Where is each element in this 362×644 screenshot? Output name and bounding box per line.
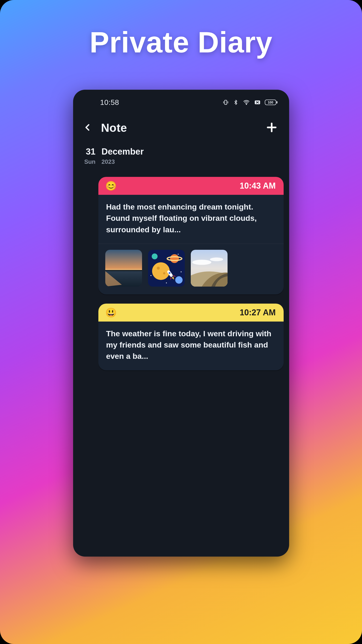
date-weekday: Sun <box>82 158 96 165</box>
entry-header: 😃 10:27 AM <box>98 304 284 322</box>
svg-point-17 <box>152 262 170 280</box>
wifi-icon <box>243 99 250 106</box>
entry-header: 😊 10:43 AM <box>98 177 284 195</box>
svg-point-19 <box>163 272 165 274</box>
svg-point-13 <box>178 254 179 254</box>
svg-point-3 <box>246 104 247 105</box>
date-year: 2023 <box>102 158 144 165</box>
svg-point-16 <box>150 275 151 276</box>
attachment-thumb[interactable] <box>148 250 185 286</box>
status-time: 10:58 <box>100 98 119 107</box>
diary-entry-card[interactable]: 😃 10:27 AM The weather is fine today, I … <box>98 304 284 370</box>
svg-point-22 <box>152 254 158 260</box>
chevron-left-icon <box>83 122 92 134</box>
page-title: Note <box>101 121 127 134</box>
attachment-thumb[interactable] <box>105 250 142 286</box>
app-bar: Note <box>73 115 289 141</box>
svg-rect-0 <box>225 100 227 105</box>
svg-point-14 <box>166 282 167 283</box>
svg-rect-6 <box>277 101 277 104</box>
promo-frame: Private Diary 10:58 <box>0 0 362 644</box>
date-col-day: 31 Sun <box>82 147 96 165</box>
date-month: December <box>102 147 144 156</box>
vibrate-icon <box>223 99 229 106</box>
attachment-thumb[interactable] <box>191 250 228 286</box>
bluetooth-icon <box>233 99 239 106</box>
entry-body-text: Had the most enhancing dream tonight. Fo… <box>98 195 284 244</box>
date-header: 31 Sun December 2023 <box>73 141 289 170</box>
svg-point-23 <box>175 276 182 284</box>
mood-emoji-icon: 😊 <box>105 181 117 190</box>
svg-rect-10 <box>105 270 142 271</box>
add-note-button[interactable] <box>264 120 279 135</box>
entry-time: 10:27 AM <box>240 308 276 318</box>
back-wrap: Note <box>81 121 127 134</box>
battery-icon: 100 <box>265 99 278 106</box>
entry-attachments <box>98 244 284 294</box>
svg-point-20 <box>170 254 179 263</box>
mood-emoji-icon: 😃 <box>105 308 117 317</box>
entry-time: 10:43 AM <box>240 181 276 191</box>
battery-pct-text: 100 <box>268 100 273 104</box>
promo-title: Private Diary <box>0 0 362 59</box>
date-day-number: 31 <box>82 147 96 156</box>
sim-disabled-icon <box>254 100 261 105</box>
entry-body-text: The weather is fine today, I went drivin… <box>98 322 284 370</box>
back-button[interactable] <box>81 121 94 134</box>
plus-icon <box>266 122 278 134</box>
diary-entry-card[interactable]: 😊 10:43 AM Had the most enhancing dream … <box>98 177 284 294</box>
date-col-month: December 2023 <box>102 147 144 165</box>
phone-frame: 10:58 <box>73 90 289 556</box>
status-bar: 10:58 <box>73 90 289 115</box>
svg-point-15 <box>180 272 181 272</box>
svg-point-27 <box>192 260 211 265</box>
svg-point-28 <box>210 257 223 261</box>
status-icons: 100 <box>223 99 278 106</box>
svg-point-18 <box>157 266 160 270</box>
entries-list: 😊 10:43 AM Had the most enhancing dream … <box>73 170 289 370</box>
